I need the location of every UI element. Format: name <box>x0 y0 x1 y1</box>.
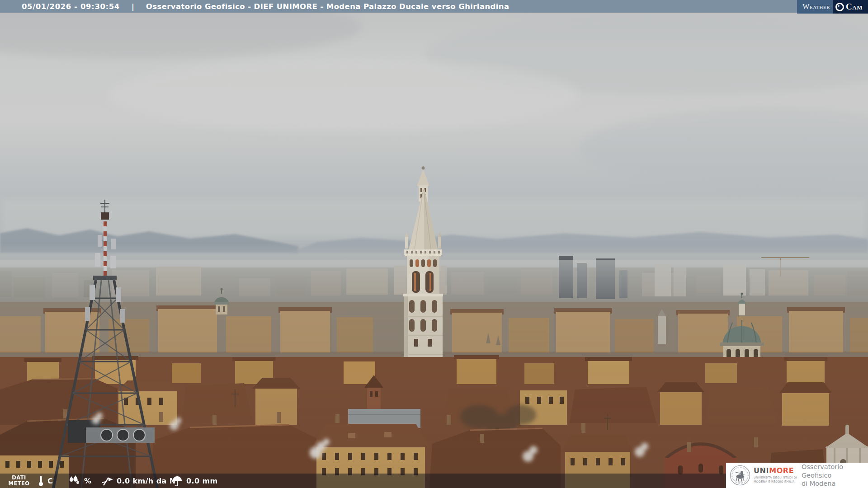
university-subtext-line2: MODENA E REGGIO EMILIA <box>754 480 797 484</box>
wind-value: 0.0 km/h da N <box>117 477 175 485</box>
humidity-value: % <box>84 477 91 485</box>
unimore-crest-logo: 1175 <box>730 465 750 486</box>
university-subtext-line1: UNIVERSITÀ DEGLI STUDI DI <box>754 476 797 480</box>
rain-value: 0.0 mm <box>186 477 218 485</box>
city-panorama-photo <box>0 0 868 488</box>
crest-year: 1175 <box>737 481 742 483</box>
title-bar: 05/01/2026 - 09:30:54 | Osservatorio Geo… <box>0 0 868 13</box>
rain-readout: 0.0 mm <box>172 474 218 488</box>
webcam-frame: 05/01/2026 - 09:30:54 | Osservatorio Geo… <box>0 0 868 488</box>
thermometer-icon <box>38 475 44 487</box>
wind-readout: 0.0 km/h da N <box>101 474 175 488</box>
temperature-value: C <box>47 477 53 485</box>
meteo-label: DATI METEO <box>7 475 31 487</box>
unimore-brand-box[interactable]: 1175 UNIMORE UNIVERSITÀ DEGLI STUDI DI M… <box>726 463 868 488</box>
title-separator: | <box>132 2 134 11</box>
panorama-svg <box>0 0 868 488</box>
humidity-readout: % <box>68 474 91 488</box>
observatory-name: Osservatorio Geofisico di Modena <box>802 463 864 488</box>
camera-lens-icon <box>835 3 844 11</box>
weathercam-logo[interactable]: Weather Cam <box>797 0 868 14</box>
umbrella-icon <box>172 475 183 486</box>
wind-vane-icon <box>101 475 113 486</box>
unimore-wordmark: UNIMORE UNIVERSITÀ DEGLI STUDI DI MODENA… <box>754 467 797 483</box>
temperature-readout: C <box>38 474 53 488</box>
color-grade <box>0 0 868 488</box>
timestamp: 05/01/2026 - 09:30:54 <box>22 2 120 11</box>
weathercam-word-cam: Cam <box>833 0 868 14</box>
camera-title: Osservatorio Geofisico - DIEF UNIMORE - … <box>146 2 509 11</box>
weathercam-word-weather: Weather <box>797 0 833 14</box>
humidity-drops-icon <box>68 475 80 486</box>
